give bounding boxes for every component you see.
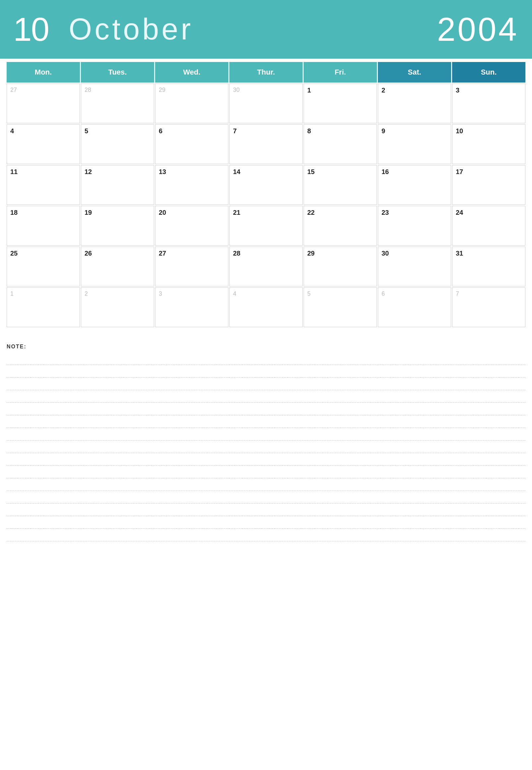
day-header-fri: Fri. — [304, 62, 377, 83]
cal-cell[interactable]: 1 — [7, 287, 80, 327]
note-line[interactable] — [7, 390, 525, 403]
cal-cell[interactable]: 28 — [81, 84, 154, 123]
cal-cell[interactable]: 4 — [229, 287, 303, 327]
day-number: 30 — [233, 87, 240, 93]
cal-cell[interactable]: 12 — [81, 165, 154, 205]
cal-cell[interactable]: 19 — [81, 206, 154, 246]
day-number: 7 — [456, 290, 459, 297]
day-number: 21 — [233, 209, 240, 216]
day-number: 2 — [382, 87, 385, 94]
cal-cell[interactable]: 25 — [7, 247, 80, 286]
cal-cell[interactable]: 14 — [229, 165, 303, 205]
day-number: 5 — [85, 127, 88, 135]
cal-cell[interactable]: 5 — [304, 287, 377, 327]
day-number: 25 — [10, 250, 18, 257]
calendar-header: 10 October 2004 — [0, 0, 532, 59]
month-name: October — [69, 12, 437, 46]
cal-cell[interactable]: 28 — [229, 247, 303, 286]
cal-cell[interactable]: 26 — [81, 247, 154, 286]
note-line[interactable] — [7, 529, 525, 541]
cal-cell[interactable]: 30 — [378, 247, 451, 286]
cal-cell[interactable]: 16 — [378, 165, 451, 205]
day-header-tues: Tues. — [81, 62, 154, 83]
cal-cell[interactable]: 27 — [7, 84, 80, 123]
day-number: 8 — [307, 127, 311, 135]
day-number: 29 — [307, 250, 315, 257]
note-line[interactable] — [7, 491, 525, 503]
day-header-sun: Sun. — [452, 62, 525, 83]
day-number: 29 — [159, 87, 165, 93]
day-number: 27 — [10, 87, 17, 93]
day-number: 31 — [456, 250, 463, 257]
cal-cell[interactable]: 10 — [452, 124, 525, 164]
cal-cell[interactable]: 31 — [452, 247, 525, 286]
cal-cell[interactable]: 29 — [304, 247, 377, 286]
cal-cell[interactable]: 23 — [378, 206, 451, 246]
note-line[interactable] — [7, 478, 525, 491]
day-number: 7 — [233, 127, 237, 135]
notes-section: NOTE: — [0, 344, 532, 541]
day-number: 5 — [307, 290, 311, 297]
cal-cell[interactable]: 7 — [452, 287, 525, 327]
cal-cell[interactable]: 7 — [229, 124, 303, 164]
day-header-mon: Mon. — [7, 62, 80, 83]
day-number: 17 — [456, 168, 463, 175]
note-line[interactable] — [7, 466, 525, 478]
cal-cell[interactable]: 3 — [155, 287, 228, 327]
note-line[interactable] — [7, 441, 525, 453]
cal-cell[interactable]: 24 — [452, 206, 525, 246]
cal-cell[interactable]: 1 — [304, 84, 377, 123]
note-line[interactable] — [7, 428, 525, 441]
note-line[interactable] — [7, 453, 525, 466]
cal-cell[interactable]: 2 — [81, 287, 154, 327]
day-number: 1 — [307, 87, 311, 94]
cal-cell[interactable]: 27 — [155, 247, 228, 286]
cal-cell[interactable]: 3 — [452, 84, 525, 123]
note-line[interactable] — [7, 403, 525, 415]
day-number: 16 — [382, 168, 389, 175]
note-line[interactable] — [7, 352, 525, 365]
cal-cell[interactable]: 18 — [7, 206, 80, 246]
notes-label: NOTE: — [7, 344, 525, 350]
day-number: 28 — [233, 250, 240, 257]
cal-cell[interactable]: 17 — [452, 165, 525, 205]
cal-cell[interactable]: 13 — [155, 165, 228, 205]
cal-cell[interactable]: 15 — [304, 165, 377, 205]
day-number: 9 — [382, 127, 385, 135]
day-number: 26 — [85, 250, 92, 257]
day-number: 24 — [456, 209, 463, 216]
day-headers-row: Mon.Tues.Wed.Thur.Fri.Sat.Sun. — [7, 62, 525, 83]
cal-cell[interactable]: 22 — [304, 206, 377, 246]
month-number: 10 — [13, 10, 49, 48]
cal-cell[interactable]: 2 — [378, 84, 451, 123]
cal-cell[interactable]: 5 — [81, 124, 154, 164]
cal-cell[interactable]: 29 — [155, 84, 228, 123]
day-number: 19 — [85, 209, 92, 216]
cal-cell[interactable]: 30 — [229, 84, 303, 123]
day-number: 6 — [382, 290, 385, 297]
cal-cell[interactable]: 6 — [155, 124, 228, 164]
day-number: 4 — [10, 127, 14, 135]
day-number: 11 — [10, 168, 18, 175]
note-line[interactable] — [7, 365, 525, 378]
cal-cell[interactable]: 21 — [229, 206, 303, 246]
cal-cell[interactable]: 9 — [378, 124, 451, 164]
calendar-container: Mon.Tues.Wed.Thur.Fri.Sat.Sun. 272829301… — [0, 59, 532, 334]
note-line[interactable] — [7, 378, 525, 390]
note-line[interactable] — [7, 415, 525, 428]
note-line[interactable] — [7, 516, 525, 529]
note-line[interactable] — [7, 503, 525, 516]
day-number: 13 — [159, 168, 166, 175]
cal-cell[interactable]: 6 — [378, 287, 451, 327]
day-number: 4 — [233, 290, 236, 297]
day-number: 23 — [382, 209, 389, 216]
cal-cell[interactable]: 4 — [7, 124, 80, 164]
day-number: 28 — [85, 87, 91, 93]
day-number: 22 — [307, 209, 315, 216]
day-number: 10 — [456, 127, 463, 135]
day-number: 3 — [159, 290, 162, 297]
cal-cell[interactable]: 8 — [304, 124, 377, 164]
cal-cell[interactable]: 11 — [7, 165, 80, 205]
day-number: 14 — [233, 168, 240, 175]
cal-cell[interactable]: 20 — [155, 206, 228, 246]
